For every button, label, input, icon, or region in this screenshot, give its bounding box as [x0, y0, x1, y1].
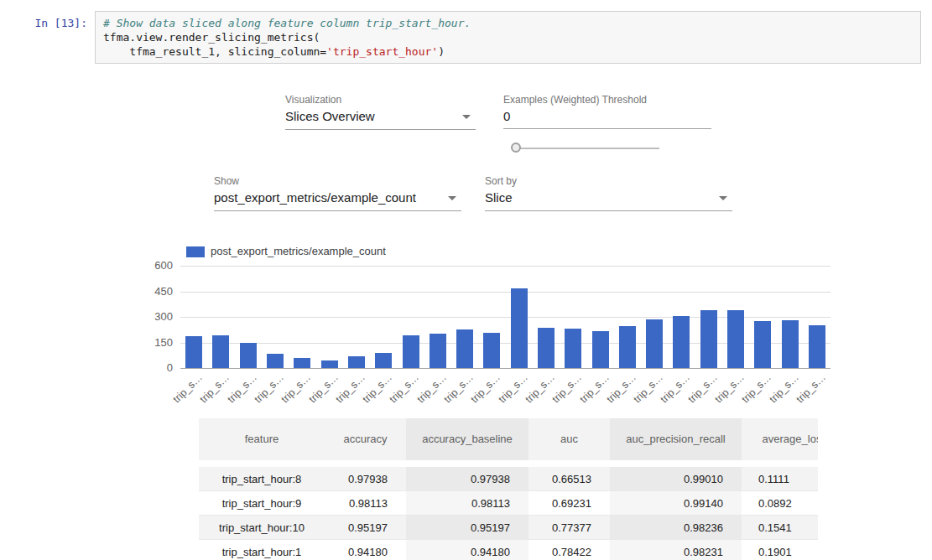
- code-string: 'trip_start_hour': [326, 45, 438, 58]
- slider-track[interactable]: [518, 148, 659, 149]
- table-row: trip_start_hour:10.941800.941800.784220.…: [199, 540, 818, 560]
- code-editor[interactable]: # Show data sliced along feature column …: [95, 11, 921, 64]
- bar[interactable]: [673, 316, 690, 368]
- bar-slot: [262, 266, 289, 368]
- bar[interactable]: [212, 335, 229, 368]
- bar[interactable]: [348, 356, 365, 368]
- bar[interactable]: [185, 336, 202, 368]
- y-tick-label: 150: [154, 336, 173, 349]
- bar-slot: [722, 266, 749, 368]
- bar[interactable]: [565, 329, 581, 368]
- y-tick-label: 600: [154, 259, 173, 272]
- bar-slot: [370, 266, 397, 368]
- table-row: trip_start_hour:100.951970.951970.773770…: [199, 516, 818, 540]
- table-cell: 0.1111: [742, 467, 818, 491]
- table-cell: 0.94180: [406, 540, 528, 560]
- threshold-slider[interactable]: [511, 143, 659, 154]
- table-header-row: featureaccuracyaccuracy_baselineaucauc_p…: [199, 418, 818, 460]
- bar[interactable]: [619, 326, 636, 368]
- bar[interactable]: [592, 331, 609, 368]
- table-cell: trip_start_hour:10: [199, 516, 325, 540]
- legend-label: post_export_metrics/example_count: [211, 245, 386, 257]
- slider-knob[interactable]: [511, 143, 521, 153]
- table-row: trip_start_hour:90.981130.981130.692310.…: [199, 491, 818, 516]
- y-tick-label: 300: [154, 310, 173, 323]
- legend-swatch: [186, 246, 205, 257]
- bar[interactable]: [456, 329, 473, 368]
- table-cell: 0.98113: [406, 491, 528, 516]
- bar-slot: [506, 266, 533, 368]
- bar[interactable]: [538, 328, 555, 368]
- bar-slot: [315, 266, 342, 368]
- bar-slot: [180, 266, 207, 368]
- bar-slot: [207, 266, 234, 368]
- chevron-down-icon: [462, 115, 471, 119]
- sort-value: Slice: [485, 190, 513, 205]
- table-cell: 0.94180: [325, 540, 406, 560]
- table-cell: 0.97938: [325, 467, 406, 491]
- bar-slot: [614, 266, 641, 368]
- bar-slot: [478, 266, 505, 368]
- table-cell: 0.69231: [528, 491, 610, 516]
- bar-slot: [668, 266, 695, 368]
- bar[interactable]: [483, 333, 500, 368]
- table-cell: trip_start_hour:9: [199, 491, 325, 516]
- code-comment: # Show data sliced along feature column …: [103, 17, 471, 29]
- column-header: auc: [528, 418, 610, 460]
- bar-slot: [397, 266, 424, 368]
- bar-slot: [749, 266, 776, 368]
- table-cell: 0.98113: [325, 491, 406, 516]
- bar-slot: [586, 266, 613, 368]
- table-cell: 0.1901: [742, 540, 818, 560]
- bar[interactable]: [809, 325, 825, 368]
- code-line: ): [438, 45, 445, 58]
- bar[interactable]: [294, 358, 310, 368]
- table-cell: 0.97938: [406, 467, 528, 491]
- bar[interactable]: [511, 288, 528, 368]
- bar[interactable]: [782, 320, 799, 368]
- visualization-label: Visualization: [285, 94, 341, 106]
- bar-plot: [180, 266, 830, 368]
- table-cell: 0.98231: [610, 540, 742, 560]
- table-cell: 0.95197: [406, 516, 528, 540]
- table-cell: 0.99010: [610, 467, 742, 491]
- table-cell: 0.95197: [325, 516, 406, 540]
- bar-slot: [424, 266, 451, 368]
- y-axis: 0150300450600: [133, 266, 173, 368]
- show-dropdown[interactable]: post_export_metrics/example_count: [214, 189, 461, 211]
- table-cell: trip_start_hour:1: [199, 540, 325, 560]
- bar[interactable]: [321, 360, 338, 368]
- column-header: auc_precision_recall: [610, 418, 742, 460]
- visualization-value: Slices Overview: [285, 109, 375, 123]
- bar-slot: [289, 266, 315, 368]
- threshold-label: Examples (Weighted) Threshold: [503, 94, 647, 106]
- column-header: average_los: [742, 418, 818, 460]
- table-row: trip_start_hour:80.979380.979380.665130.…: [199, 467, 818, 491]
- bar[interactable]: [403, 335, 419, 368]
- chevron-down-icon: [719, 196, 727, 200]
- column-header: accuracy: [325, 418, 406, 460]
- visualization-dropdown[interactable]: Slices Overview: [285, 107, 476, 130]
- metrics-table: featureaccuracyaccuracy_baselineaucauc_p…: [199, 418, 818, 560]
- bar[interactable]: [754, 321, 771, 368]
- bar[interactable]: [375, 353, 392, 368]
- x-axis-labels: trip_s…trip_s…trip_s…trip_s…trip_s…trip_…: [180, 370, 830, 405]
- bar[interactable]: [267, 354, 284, 368]
- table-cell: 0.78422: [528, 540, 610, 560]
- bar-slot: [235, 266, 262, 368]
- bar[interactable]: [727, 310, 744, 368]
- bar[interactable]: [700, 310, 717, 368]
- bar[interactable]: [240, 343, 257, 368]
- table-header-gap: [199, 460, 818, 467]
- table-cell: 0.98236: [610, 516, 742, 540]
- table-cell: 0.77377: [528, 516, 610, 540]
- sort-dropdown[interactable]: Slice: [485, 189, 732, 211]
- threshold-input[interactable]: [503, 107, 711, 129]
- bar-slot: [451, 266, 478, 368]
- y-tick-label: 450: [154, 285, 173, 298]
- code-line: tfma.view.render_slicing_metrics(: [103, 31, 320, 44]
- gridline: [180, 368, 830, 369]
- bar[interactable]: [430, 334, 446, 368]
- bar[interactable]: [646, 319, 663, 368]
- bar-slot: [695, 266, 722, 368]
